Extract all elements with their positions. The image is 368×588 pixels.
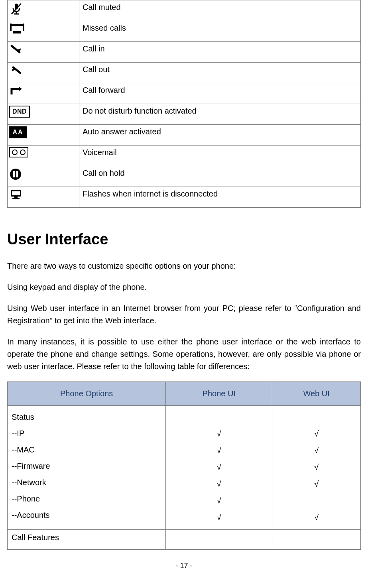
check-mark: √ <box>276 476 356 493</box>
svg-rect-15 <box>16 171 18 177</box>
status-item: --MAC <box>12 442 161 458</box>
page: Call muted Missed calls <box>0 0 368 588</box>
icon-cell <box>8 187 79 208</box>
svg-rect-7 <box>13 31 21 33</box>
paragraph: Using Web user interface in an Internet … <box>7 302 361 327</box>
check-mark: √ <box>170 442 268 459</box>
table-row: Call out <box>8 63 361 83</box>
icon-cell <box>8 63 79 83</box>
icon-cell: AA <box>8 125 79 146</box>
paragraph: There are two ways to customize specific… <box>7 260 361 272</box>
svg-rect-18 <box>14 197 18 198</box>
section-title: User Interface <box>7 231 361 248</box>
icon-cell <box>8 83 79 104</box>
page-number: - 17 - <box>7 562 361 570</box>
icon-label: Missed calls <box>79 21 361 42</box>
mic-muted-icon <box>9 2 24 16</box>
voicemail-icon <box>9 147 28 157</box>
table-row: Missed calls <box>8 21 361 42</box>
internet-disconnected-icon <box>9 189 23 201</box>
table-row: Status --IP --MAC --Firmware --Network -… <box>8 406 361 530</box>
paragraph: In many instances, it is possible to use… <box>7 336 361 373</box>
svg-rect-17 <box>12 191 20 195</box>
icon-label: Call in <box>79 42 361 63</box>
table-row: AA Auto answer activated <box>8 125 361 146</box>
svg-marker-12 <box>19 87 22 91</box>
status-names-cell: Status --IP --MAC --Firmware --Network -… <box>8 406 166 530</box>
status-item: --Network <box>12 474 161 491</box>
call-forward-icon <box>9 85 24 97</box>
icon-cell <box>8 21 79 42</box>
dnd-icon: DND <box>9 106 30 118</box>
table-row: Call Features <box>8 530 361 550</box>
col-header-phone-ui: Phone UI <box>166 382 272 406</box>
check-mark: √ <box>170 509 268 526</box>
table-row: DND Do not disturb function activated <box>8 104 361 125</box>
icon-label: Call forward <box>79 83 361 104</box>
icon-label: Call on hold <box>79 166 361 187</box>
svg-point-13 <box>10 169 21 180</box>
paragraph: Using keypad and display of the phone. <box>7 281 361 293</box>
icon-cell <box>8 0 79 21</box>
icon-label: Call muted <box>79 0 361 21</box>
icon-label: Do not disturb function activated <box>79 104 361 125</box>
status-group-title: Status <box>12 409 161 425</box>
check-mark: √ <box>276 442 356 459</box>
check-mark: √ <box>170 426 268 442</box>
status-item: --IP <box>12 425 161 442</box>
table-row: Call muted <box>8 0 361 21</box>
options-table: Phone Options Phone UI Web UI Status --I… <box>7 382 361 550</box>
icon-label: Auto answer activated <box>79 125 361 146</box>
status-item: --Accounts <box>12 507 161 523</box>
table-row: Call on hold <box>8 166 361 187</box>
call-features-cell: Call Features <box>8 530 166 550</box>
col-header-web-ui: Web UI <box>272 382 361 406</box>
check-mark: √ <box>276 426 356 442</box>
table-row: Call forward <box>8 83 361 104</box>
auto-answer-icon: AA <box>9 126 27 138</box>
check-mark: √ <box>170 493 268 509</box>
missed-calls-icon <box>9 23 25 35</box>
icon-cell <box>8 146 79 166</box>
status-item: --Phone <box>12 491 161 507</box>
svg-rect-19 <box>12 198 20 199</box>
call-in-icon <box>9 43 24 55</box>
icon-label: Voicemail <box>79 146 361 166</box>
col-header-options: Phone Options <box>8 382 166 406</box>
check-mark <box>276 493 356 509</box>
empty-cell <box>166 530 272 550</box>
svg-rect-14 <box>13 171 15 177</box>
table-row: Voicemail <box>8 146 361 166</box>
icon-label: Flashes when internet is disconnected <box>79 187 361 208</box>
call-out-icon <box>9 64 24 76</box>
icon-cell <box>8 42 79 63</box>
spacer <box>170 409 268 426</box>
web-ui-cell: √ √ √ √ √ <box>272 406 361 530</box>
spacer <box>276 409 356 426</box>
check-mark: √ <box>170 476 268 493</box>
table-header-row: Phone Options Phone UI Web UI <box>8 382 361 406</box>
icon-label: Call out <box>79 63 361 83</box>
check-mark: √ <box>170 459 268 476</box>
icon-cell: DND <box>8 104 79 125</box>
icon-cell <box>8 166 79 187</box>
icon-legend-table: Call muted Missed calls <box>7 0 361 208</box>
check-mark: √ <box>276 509 356 526</box>
check-mark: √ <box>276 459 356 476</box>
call-hold-icon <box>9 168 22 181</box>
table-row: Flashes when internet is disconnected <box>8 187 361 208</box>
status-item: --Firmware <box>12 458 161 474</box>
table-row: Call in <box>8 42 361 63</box>
phone-ui-cell: √ √ √ √ √ √ <box>166 406 272 530</box>
empty-cell <box>272 530 361 550</box>
